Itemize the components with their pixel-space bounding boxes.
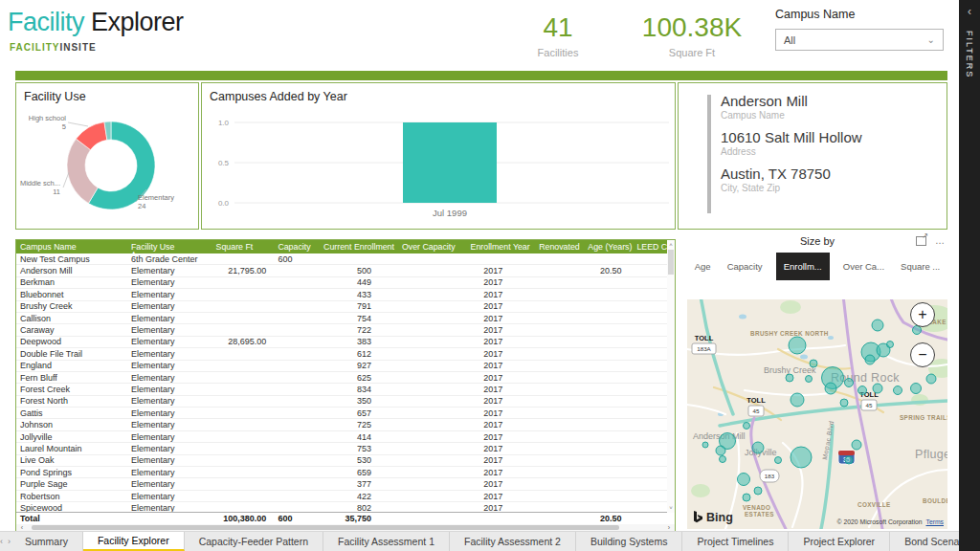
hscroll-thumb[interactable] [32,525,619,530]
map-bubble[interactable] [852,440,861,450]
map-bubble[interactable] [887,342,894,348]
card-campus-value: Anderson Mill [721,93,862,109]
table-row[interactable]: Brushy CreekElementary7912017 [16,300,669,312]
table-row[interactable]: EnglandElementary9272017 [16,360,669,371]
tab-facility-explorer[interactable]: Facility Explorer [83,532,185,551]
table-row[interactable]: CarawayElementary7222017 [16,324,669,336]
table-row[interactable]: BluebonnetElementary4332017 [16,289,669,300]
filters-pane-collapsed[interactable]: ‹ FILTERS [959,0,980,551]
map-bubble[interactable] [840,399,848,407]
table-row[interactable]: Double File TrailElementary6122017 [16,348,669,360]
column-header-facility-use[interactable]: Facility Use▲ [127,240,212,253]
map-bubble[interactable] [894,386,902,395]
map-canvas[interactable]: BRUSHY CREEK NORTHLAKESPRING TRAILSVENAD… [687,299,947,529]
map-bubble[interactable] [865,355,875,364]
map-bubble[interactable] [743,494,750,501]
map-bubble[interactable] [810,360,817,367]
map-bubble[interactable] [702,442,708,448]
tab-facility-assessment-2[interactable]: Facility Assessment 2 [450,532,576,551]
table-row[interactable]: CallisonElementary7542017 [16,312,669,323]
scroll-down-icon[interactable]: ˅ [667,505,675,511]
table-row[interactable]: Purple SageElementary3772017 [16,478,669,490]
table-vertical-scrollbar[interactable]: ˄ ˅ [667,240,675,513]
bar-jul-1999[interactable] [403,122,497,203]
vscroll-thumb[interactable] [668,250,674,275]
map-bubble[interactable] [825,383,836,394]
map-bubble[interactable] [754,487,762,495]
table-row[interactable]: Pond SpringsElementary6592017 [16,467,669,478]
map-bubble[interactable] [744,423,750,430]
map-bubble[interactable] [789,337,806,354]
campus-name-dropdown[interactable]: All ⌄ [775,29,944,51]
tab-facility-assessment-1[interactable]: Facility Assessment 1 [323,532,450,551]
map-bubble[interactable] [872,320,883,331]
table-row[interactable]: New Test Campus6th Grade Center600 [16,253,669,265]
size-by-option-age[interactable]: Age [692,256,714,276]
column-header-capacity[interactable]: Capacity [274,240,320,253]
table-row[interactable]: GattisElementary6572017 [16,408,669,419]
table-row[interactable]: Fern BluffElementary6252017 [16,371,669,383]
map-zoom-in-button[interactable]: + [910,302,935,327]
map-bubble[interactable] [911,384,922,394]
map-bubble[interactable] [791,393,804,407]
table-horizontal-scrollbar[interactable]: ‹ › [16,524,675,531]
table-row[interactable]: Forest NorthElementary3502017 [16,395,669,407]
scroll-up-icon[interactable]: ˄ [667,242,675,248]
map-bubble[interactable] [720,456,726,463]
size-by-option-square-[interactable]: Square ... [898,256,943,276]
size-by-option-over-ca-[interactable]: Over Ca... [840,256,887,276]
map-bubble[interactable] [858,386,867,395]
tab-building-systems[interactable]: Building Systems [576,532,683,551]
map-bubble[interactable] [752,442,764,453]
filters-expand-icon[interactable]: ‹ [968,6,971,17]
map-bubble[interactable] [806,376,813,383]
column-header-age-years-[interactable]: Age (Years) [584,240,633,253]
size-by-option-capacity[interactable]: Capacity [724,256,766,276]
tab-summary[interactable]: Summary [11,532,83,551]
map-label-brushy-creek: Brushy Creek [764,365,816,375]
table-row[interactable]: Live OakElementary5302017 [16,454,669,466]
table-row[interactable]: JollyvilleElementary4142017 [16,430,669,442]
scroll-left-icon[interactable]: ‹ [16,524,28,531]
donut-slice-middle-sch-[interactable] [67,139,98,203]
map-bubble[interactable] [738,474,750,486]
map-zoom-out-button[interactable]: − [910,342,935,367]
column-header-renovated[interactable]: Renovated [535,240,584,253]
campus-map[interactable]: BRUSHY CREEK NORTHLAKESPRING TRAILSVENAD… [687,299,947,529]
table-row[interactable]: RobertsonElementary4222017 [16,490,669,501]
tab-capacity-feeder-pattern[interactable]: Capacity-Feeder Pattern [185,532,323,551]
table-row[interactable]: DeepwoodElementary28,695.003832017 [16,336,669,347]
column-header-current-enrollment[interactable]: Current Enrollment [320,240,398,253]
table-row[interactable]: Anderson MillElementary21,795.0050020172… [16,265,669,276]
map-label-venado: VENADO [743,504,770,511]
chevron-down-icon[interactable]: ⌄ [927,34,935,45]
map-bubble[interactable] [786,374,793,382]
map-bubble[interactable] [873,384,882,393]
map-bubble[interactable] [791,447,812,468]
tab-project-timelines[interactable]: Project Timelines [682,532,789,551]
tab-project-explorer[interactable]: Project Explorer [789,532,890,551]
tab-prev-icon[interactable]: ‹ [0,537,3,546]
table-row[interactable]: Forest CreekElementary8342017 [16,384,669,395]
focus-mode-icon[interactable]: ↗ [916,236,926,246]
table-row[interactable]: BerkmanElementary4492017 [16,276,669,288]
map-bubble[interactable] [775,457,782,464]
map-bubble[interactable] [926,374,936,384]
facility-use-donut-chart[interactable]: Elementary24Middle sch...11High school5 [16,83,198,229]
map-bubble[interactable] [845,379,854,387]
column-header-over-capacity[interactable]: Over Capacity [398,240,467,253]
terms-link[interactable]: Terms [925,518,944,525]
map-bubble[interactable] [845,456,853,464]
size-by-option-enrollm-[interactable]: Enrollm... [776,253,830,280]
scroll-right-icon[interactable]: › [663,524,675,531]
column-header-enrollment-year[interactable]: Enrollment Year [467,240,536,253]
more-options-icon[interactable]: … [935,235,946,246]
table-row[interactable]: JohnsonElementary7252017 [16,419,669,430]
column-header-square-ft[interactable]: Square Ft [212,240,275,253]
column-header-leed-cert[interactable]: LEED Cert [633,240,669,253]
campuses-added-bar-chart[interactable]: 0.00.51.0Jul 1999 [202,83,675,229]
table-total-row: Total100,380.0060035,75020.50 [16,512,669,524]
table-row[interactable]: Laurel MountainElementary7532017 [16,443,669,454]
map-bubble[interactable] [716,446,725,455]
column-header-campus-name[interactable]: Campus Name [16,240,127,253]
